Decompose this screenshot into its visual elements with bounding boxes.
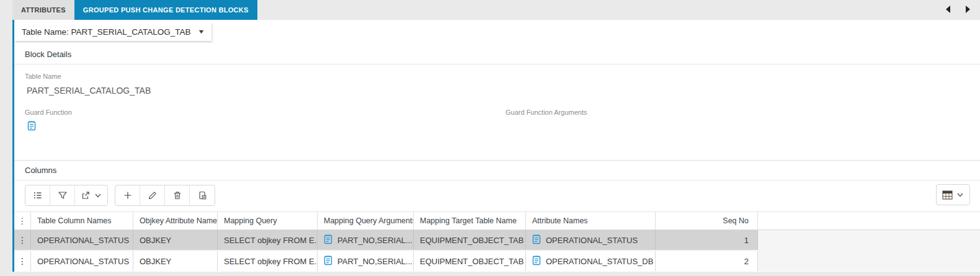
cell-mapping-query[interactable]: SELECT objkey FROM E... — [218, 230, 318, 250]
guard-function-notepad-icon[interactable] — [27, 120, 36, 133]
cell-text: OPERATIONAL_STATUS — [546, 236, 638, 245]
row-drag-handle-icon[interactable]: ⋮ — [14, 251, 31, 271]
notepad-icon[interactable] — [324, 255, 332, 267]
cell-mapping-query-arguments[interactable]: PART_NO,SERIAL... — [318, 230, 414, 250]
plus-icon — [123, 190, 133, 200]
col-header-attribute-names[interactable]: Attribute Names — [526, 212, 656, 229]
grid-body: ⋮ OPERATIONAL_STATUS OBJKEY SELECT objke… — [14, 230, 980, 271]
notepad-icon[interactable] — [532, 234, 541, 246]
col-header-mapping-query-arguments[interactable]: Mapping Query Arguments — [318, 212, 414, 229]
notepad-icon[interactable] — [532, 255, 541, 267]
export-icon — [81, 190, 91, 200]
cell-attribute-names[interactable]: OPERATIONAL_STATUS_DB — [526, 251, 656, 271]
add-row-button[interactable] — [115, 185, 140, 205]
edit-row-button[interactable] — [140, 185, 165, 205]
chevron-down-icon: ▼ — [197, 29, 205, 35]
table-settings-icon — [942, 190, 953, 200]
cell-mapping-target-table-name[interactable]: EQUIPMENT_OBJECT_TAB — [414, 251, 526, 271]
cell-mapping-query-arguments[interactable]: PART_NO,SERIAL... — [318, 251, 414, 271]
block-details-section: Block Details Table Name PART_SERIAL_CAT… — [14, 45, 980, 133]
cell-mapping-target-table-name[interactable]: EQUIPMENT_OBJECT_TAB — [414, 230, 526, 250]
cell-table-column-names[interactable]: OPERATIONAL_STATUS — [31, 230, 133, 250]
table-name-field-label: Table Name — [25, 73, 980, 80]
columns-toolbar — [25, 184, 980, 207]
tab-attributes[interactable]: ATTRIBUTES — [12, 0, 74, 20]
columns-grid: ⋮ Table Column Names Objkey Attribute Na… — [14, 211, 980, 271]
columns-title: Columns — [14, 161, 980, 180]
table-name-dropdown-label: Table Name: PART_SERIAL_CATALOG_TAB — [22, 27, 191, 37]
filter-button[interactable] — [50, 185, 75, 205]
chevron-down-icon — [94, 192, 102, 199]
list-view-button[interactable] — [25, 185, 50, 205]
cell-objkey-attribute-name[interactable]: OBJKEY — [133, 230, 218, 250]
col-header-table-column-names[interactable]: Table Column Names — [31, 212, 133, 229]
row-drag-handle-icon[interactable]: ⋮ — [14, 230, 31, 250]
cell-seq-no[interactable]: 1 — [656, 230, 758, 250]
export-button[interactable] — [75, 185, 107, 205]
table-settings-button[interactable] — [937, 185, 969, 205]
cell-attribute-names[interactable]: OPERATIONAL_STATUS — [526, 230, 656, 250]
table-name-dropdown[interactable]: Table Name: PART_SERIAL_CATALOG_TAB ▼ — [14, 22, 212, 41]
cell-text: PART_NO,SERIAL... — [337, 257, 412, 266]
filter-icon — [58, 190, 68, 200]
col-header-seq-no[interactable]: Seq No — [656, 212, 758, 229]
cell-seq-no[interactable]: 2 — [656, 251, 758, 271]
delete-row-button[interactable] — [165, 185, 190, 205]
cell-mapping-query[interactable]: SELECT objkey FROM E... — [218, 251, 318, 271]
tab-bar: ATTRIBUTES GROUPED PUSH CHANGE DETECTION… — [12, 0, 257, 20]
cell-text: OPERATIONAL_STATUS_DB — [546, 257, 653, 266]
col-header-objkey-attribute-name[interactable]: Objkey Attribute Name — [133, 212, 218, 229]
tab-scroll-controls — [943, 4, 973, 14]
table-row[interactable]: ⋮ OPERATIONAL_STATUS OBJKEY SELECT objke… — [14, 251, 980, 271]
columns-section: Columns — [14, 160, 980, 271]
notepad-icon[interactable] — [324, 234, 332, 246]
tab-scroll-right-icon[interactable] — [963, 4, 973, 14]
guard-function-arguments-label: Guard Function Arguments — [506, 109, 587, 116]
cell-objkey-attribute-name[interactable]: OBJKEY — [133, 251, 218, 271]
tab-grouped-push-change-detection-blocks[interactable]: GROUPED PUSH CHANGE DETECTION BLOCKS — [74, 0, 257, 20]
col-header-mapping-target-table-name[interactable]: Mapping Target Table Name — [414, 212, 526, 229]
list-icon — [33, 190, 43, 200]
cell-text: PART_NO,SERIAL... — [337, 236, 412, 245]
grid-header-row: ⋮ Table Column Names Objkey Attribute Na… — [14, 211, 980, 230]
delete-icon — [172, 190, 182, 200]
block-details-title: Block Details — [14, 45, 980, 65]
table-name-field-value: PART_SERIAL_CATALOG_TAB — [25, 86, 980, 96]
tab-content-panel: Table Name: PART_SERIAL_CATALOG_TAB ▼ Bl… — [12, 20, 980, 272]
tab-scroll-left-icon[interactable] — [943, 4, 953, 14]
col-header-mapping-query[interactable]: Mapping Query — [218, 212, 318, 229]
edit-icon — [148, 190, 158, 200]
chevron-down-icon — [956, 191, 964, 198]
duplicate-icon — [197, 190, 207, 200]
guard-function-label: Guard Function — [25, 109, 506, 116]
cell-table-column-names[interactable]: OPERATIONAL_STATUS — [31, 251, 133, 271]
duplicate-row-button[interactable] — [190, 185, 215, 205]
table-row[interactable]: ⋮ OPERATIONAL_STATUS OBJKEY SELECT objke… — [14, 230, 980, 250]
grid-header-menu-icon[interactable]: ⋮ — [14, 212, 31, 229]
